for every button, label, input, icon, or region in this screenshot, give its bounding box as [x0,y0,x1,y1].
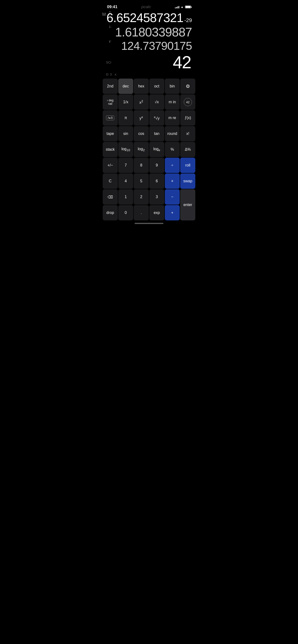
btn-round[interactable]: round [165,126,180,141]
row2-label: 2: [109,10,112,14]
btn-plusminus[interactable]: +/− [103,158,118,173]
battery-icon [185,6,191,8]
btn-xrooty[interactable]: x√y [149,110,164,126]
status-bar: 09:41 pcalc ▲ [102,0,196,10]
stack-row-y: y: 124.73790175 [105,39,193,52]
btn-8[interactable]: 8 [134,158,149,173]
btn-7[interactable]: 7 [118,158,133,173]
btn-swap[interactable]: swap [180,174,195,189]
row1-value: 1.6180339887 [115,25,192,39]
btn-dec[interactable]: dec [118,78,133,94]
btn-minus[interactable]: − [165,189,180,204]
btn-factorial[interactable]: x! [180,126,195,141]
btn-backspace[interactable]: ⌫ [103,189,118,204]
btn-2[interactable]: 2 [134,189,149,204]
btn-1[interactable]: 1 [118,189,133,204]
btn-4[interactable]: 4 [118,174,133,189]
btn-log2[interactable]: log2 [134,142,149,157]
x-label: x: [115,72,117,76]
btn-plus[interactable]: + [165,205,180,220]
btn-stack[interactable]: stack [103,142,118,157]
btn-roll[interactable]: roll [180,158,195,173]
btn-multiply[interactable]: × [165,174,180,189]
btn-ab[interactable]: A▸B [103,110,118,126]
gear-icon: ⚙ [186,84,190,89]
status-icons: ▲ [175,5,191,8]
btn-sin[interactable]: sin [118,126,133,141]
row2-exponent: -29 [184,17,192,24]
btn-yx[interactable]: yx [134,110,149,126]
m-label: M [102,12,106,17]
current-value: 42 [173,52,192,72]
app-name: pcalc [141,4,151,9]
btn-fx[interactable]: ƒ(x) [180,110,195,126]
signal-icon [175,6,179,8]
wifi-icon: ▲ [181,5,184,8]
btn-log10[interactable]: log10 [118,142,133,157]
home-indicator [135,223,163,224]
status-time: 09:41 [107,4,117,9]
y-label: y: [109,39,111,43]
btn-mre[interactable]: m re [165,110,180,126]
m42-circle: 42 [184,98,192,106]
sci-label: SCI [106,60,111,64]
btn-min[interactable]: m in [165,94,180,110]
btn-drop[interactable]: drop [103,205,118,220]
btn-2nd[interactable]: 2nd [103,78,118,94]
btn-deltapct[interactable]: Δ% [180,142,195,157]
calculator-keypad: 2nd dec hex oct bin ⚙ › degrad 1/x x2 √x… [102,78,196,221]
btn-loge[interactable]: loge [149,142,164,157]
btn-divide[interactable]: ÷ [165,158,180,173]
btn-9[interactable]: 9 [149,158,164,173]
y-value: 124.73790175 [121,39,192,52]
display-meta: D: 3 x: [105,72,193,77]
btn-bin[interactable]: bin [165,78,180,94]
btn-settings[interactable]: ⚙ [180,78,195,94]
btn-inv[interactable]: 1/x [118,94,133,110]
d-label: D: 3 [106,72,112,76]
btn-dot[interactable]: . [134,205,149,220]
btn-oct[interactable]: oct [149,78,164,94]
btn-clear[interactable]: C [103,174,118,189]
btn-enter[interactable]: enter [180,189,195,220]
btn-m42[interactable]: 42 [180,94,195,110]
btn-pi[interactable]: π [118,110,133,126]
calculator-display: M 2: 6.6524587321 -29 1: 1.6180339887 y:… [102,10,196,78]
row2-value: 6.6524587321 [106,10,184,25]
btn-deg-rad[interactable]: › degrad [103,94,118,110]
stack-row-1: 1: 1.6180339887 [105,25,193,39]
btn-x2[interactable]: x2 [134,94,149,110]
btn-sqrt[interactable]: √x [149,94,164,110]
btn-tape[interactable]: tape [103,126,118,141]
btn-exp[interactable]: exp [149,205,164,220]
btn-percent[interactable]: % [165,142,180,157]
btn-6[interactable]: 6 [149,174,164,189]
btn-tan[interactable]: tan [149,126,164,141]
backspace-icon: ⌫ [107,195,113,199]
stack-row-2: 2: 6.6524587321 -29 [105,10,193,25]
row1-label: 1: [109,25,112,28]
btn-0[interactable]: 0 [118,205,133,220]
btn-5[interactable]: 5 [134,174,149,189]
btn-cos[interactable]: cos [134,126,149,141]
btn-3[interactable]: 3 [149,189,164,204]
btn-hex[interactable]: hex [134,78,149,94]
